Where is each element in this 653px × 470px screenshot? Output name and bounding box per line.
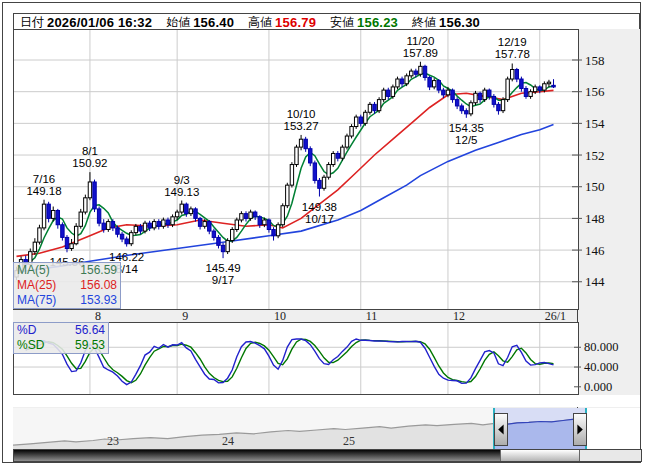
swing-annotation: 9/17	[212, 274, 234, 286]
stochastic-axis-tick: 0.000	[584, 380, 612, 394]
ma5-label: MA(5)	[17, 263, 50, 278]
price-axis-tick: 148	[585, 211, 605, 226]
price-axis-tick: 152	[585, 148, 605, 163]
price-axis-tick: 158	[585, 53, 605, 68]
navigator-scroll-right-button[interactable]	[574, 414, 587, 446]
ma75-value: 153.93	[80, 293, 117, 308]
ma25-row: MA(25) 156.08	[17, 278, 117, 293]
swing-annotation: 7/16	[33, 173, 55, 185]
scrollbar-track-left[interactable]	[14, 450, 500, 461]
swing-annotation: 10/17	[305, 213, 334, 225]
swing-annotation: 145.49	[205, 262, 240, 274]
stochastic-axis-tick: 40.000	[584, 360, 618, 374]
ma5-value: 156.59	[80, 263, 117, 278]
swing-annotation: 146.22	[109, 251, 144, 263]
swing-annotation: 8/1	[82, 145, 98, 157]
date-value: 2026/01/06 16:32	[47, 15, 152, 30]
scrollbar-thumb[interactable]	[500, 450, 580, 461]
navigator-scroll-left-button[interactable]	[495, 414, 508, 446]
swing-annotation: 9/3	[174, 174, 190, 186]
pct-sd-label: %SD	[17, 338, 44, 353]
pct-sd-value: 59.53	[75, 338, 105, 353]
open-value: 156.40	[193, 15, 234, 30]
swing-annotation: 12/19	[498, 36, 527, 48]
month-axis-main: 8910111226/1	[13, 310, 640, 322]
high-value: 156.79	[275, 15, 316, 30]
horizontal-scrollbar[interactable]	[13, 449, 642, 462]
year-label: 25	[343, 434, 355, 448]
pct-sd-row: %SD 59.53	[17, 338, 105, 353]
price-axis-tick: 146	[585, 243, 605, 258]
pct-d-value: 56.64	[75, 323, 105, 338]
swing-annotation: 12/5	[455, 134, 477, 146]
ma25-value: 156.08	[80, 278, 117, 293]
chart-app-window: 日付 2026/01/06 16:32 始値 156.40 高値 156.79 …	[2, 2, 641, 463]
price-axis-tick: 144	[585, 274, 605, 289]
ma25-label: MA(25)	[17, 278, 56, 293]
axis-corner	[577, 310, 640, 322]
swing-annotation: 11/20	[406, 35, 434, 47]
close-value: 156.30	[439, 15, 480, 30]
swing-annotation: 149.18	[26, 185, 61, 197]
year-label: 24	[222, 434, 234, 448]
swing-annotation: 149.13	[164, 186, 199, 198]
stochastic-axis-tick: 80.000	[584, 340, 618, 354]
price-axis-tick: 154	[585, 116, 605, 131]
ma75-row: MA(75) 153.93	[17, 293, 117, 308]
pct-d-label: %D	[17, 323, 36, 338]
swing-annotation: 157.78	[495, 48, 530, 60]
swing-annotation: 149.38	[302, 201, 337, 213]
price-axis-tick: 150	[585, 179, 605, 194]
ma75-label: MA(75)	[17, 293, 56, 308]
stochastic-legend-box: %D 56.64 %SD 59.53	[13, 322, 109, 354]
range-navigator[interactable]: 232425	[13, 408, 640, 449]
swing-annotation: 10/10	[287, 108, 316, 120]
swing-annotation: 153.27	[283, 120, 318, 132]
screenshot-stage: 日付 2026/01/06 16:32 始値 156.40 高値 156.79 …	[0, 0, 653, 470]
price-axis-tick: 156	[585, 84, 605, 99]
pct-d-row: %D 56.64	[17, 323, 105, 338]
low-value: 156.23	[357, 15, 398, 30]
year-label: 23	[107, 434, 119, 448]
scrollbar-track-right[interactable]	[580, 450, 641, 461]
swing-annotation: 157.89	[403, 47, 438, 59]
swing-annotation: 154.35	[449, 122, 484, 134]
ma5-row: MA(5) 156.59	[17, 263, 117, 278]
swing-annotation: 150.92	[72, 157, 107, 169]
ma-legend-box: MA(5) 156.59 MA(25) 156.08 MA(75) 153.93	[13, 262, 121, 309]
